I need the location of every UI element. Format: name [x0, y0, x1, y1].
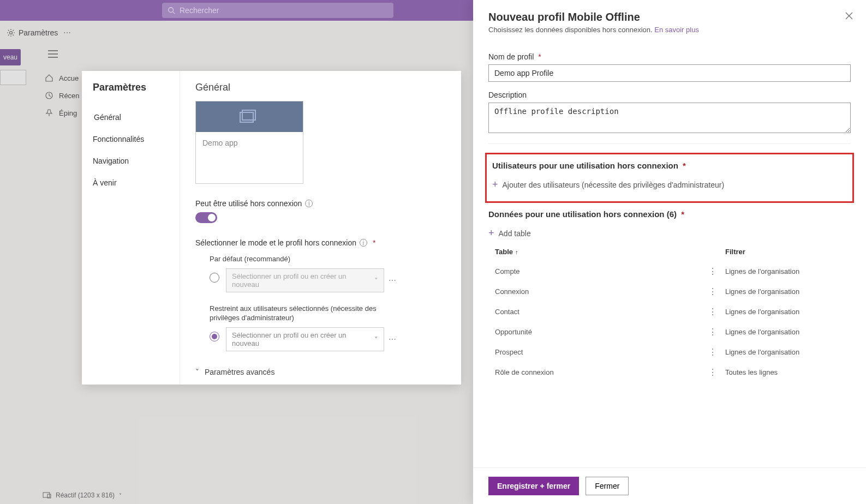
table-row[interactable]: Contact⋮Lignes de l'organisation [488, 302, 851, 322]
description-label: Description [488, 91, 851, 99]
close-icon [845, 12, 853, 20]
cell-table: Connexion [495, 287, 725, 296]
app-card-icon [239, 109, 260, 124]
name-label: Nom de profil * [488, 52, 851, 61]
tab-navigation[interactable]: Navigation [82, 150, 180, 172]
cell-table: Rôle de connexion [495, 368, 725, 376]
column-filter[interactable]: Filtrer [725, 248, 851, 256]
option-restricted: Restreint aux utilisateurs sélectionnés … [210, 304, 446, 351]
offline-toggle[interactable] [195, 212, 217, 223]
settings-content: Général Demo app Peut être utilisé hors … [180, 71, 461, 385]
offline-profile-panel: Nouveau profil Mobile Offline Choisissez… [473, 0, 866, 504]
cell-filter: Lignes de l'organisation [725, 308, 851, 316]
svg-point-0 [169, 8, 174, 13]
add-users-button[interactable]: + Ajouter des utilisateurs (nécessite de… [492, 176, 847, 194]
app-card-image [196, 101, 303, 132]
plus-icon: + [492, 179, 498, 190]
panel-body: Nom de profil * Description Utilisateurs… [473, 38, 866, 467]
settings-panel: Paramètres Général Fonctionnalités Navig… [82, 71, 461, 385]
table-row[interactable]: Connexion⋮Lignes de l'organisation [488, 281, 851, 302]
section-heading: Général [195, 82, 446, 93]
svg-rect-9 [43, 493, 50, 497]
table-header: Table ↑ Filtrer [488, 242, 851, 261]
column-table[interactable]: Table ↑ [495, 248, 725, 256]
cell-table: Compte [495, 267, 725, 275]
chevron-down-icon[interactable]: ˅ [119, 493, 122, 499]
viewport-size[interactable]: Réactif (1203 x 816) [56, 491, 115, 499]
info-icon[interactable]: i [305, 200, 313, 207]
settings-title: Paramètres [82, 82, 180, 106]
option-default: Par défaut (recommandé) Sélectionner un … [210, 255, 446, 292]
offline-usage-label: Peut être utilisé hors connexion i [195, 199, 446, 208]
tab-features[interactable]: Fonctionnalités [82, 128, 180, 150]
advanced-settings-toggle[interactable]: ˅ Paramètres avancés [195, 368, 446, 376]
search-input[interactable]: Rechercher [162, 3, 393, 18]
cell-filter: Lignes de l'organisation [725, 267, 851, 275]
panel-footer: Enregistrer + fermer Fermer [473, 467, 866, 504]
chevron-down-icon: ˅ [374, 277, 378, 285]
search-placeholder: Rechercher [180, 6, 219, 15]
profile-select-default: Sélectionner un profil ou en créer un no… [226, 268, 384, 292]
users-section-title: Utilisateurs pour une utilisation hors c… [492, 161, 847, 170]
row-more-button[interactable]: ⋮ [708, 327, 717, 337]
cell-table: Opportunité [495, 328, 725, 336]
tab-upcoming[interactable]: À venir [82, 172, 180, 194]
row-more-button[interactable]: ⋮ [708, 347, 717, 357]
close-button[interactable] [845, 12, 853, 21]
add-table-button[interactable]: + Add table [488, 224, 851, 242]
profile-name-input[interactable] [488, 64, 851, 82]
panel-title: Nouveau profil Mobile Offline [488, 11, 851, 23]
app-card-name: Demo app [196, 132, 303, 183]
cell-filter: Lignes de l'organisation [725, 328, 851, 336]
radio-restricted[interactable] [210, 332, 219, 341]
radio-default[interactable] [210, 273, 219, 283]
info-icon[interactable]: i [360, 239, 367, 247]
table-row[interactable]: Prospect⋮Lignes de l'organisation [488, 342, 851, 362]
mode-label: Sélectionner le mode et le profil hors c… [195, 238, 446, 247]
more-options[interactable]: ⋯ [389, 335, 397, 344]
profile-select-restricted[interactable]: Sélectionner un profil ou en créer un no… [226, 327, 384, 351]
chevron-down-icon: ˅ [374, 335, 378, 344]
more-options[interactable]: ⋯ [389, 276, 397, 285]
responsive-icon [43, 492, 51, 499]
users-section-highlighted: Utilisateurs pour une utilisation hors c… [485, 153, 854, 203]
required-indicator: * [373, 238, 375, 247]
cell-table: Contact [495, 308, 725, 316]
learn-more-link[interactable]: En savoir plus [654, 26, 699, 34]
table-row[interactable]: Rôle de connexion⋮Toutes les lignes [488, 362, 851, 382]
data-section-title: Données pour une utilisation hors connex… [488, 209, 851, 219]
chevron-down-icon: ˅ [195, 368, 199, 376]
profile-description-input[interactable] [488, 103, 851, 133]
cell-filter: Lignes de l'organisation [725, 287, 851, 296]
row-more-button[interactable]: ⋮ [708, 307, 717, 317]
sort-up-icon: ↑ [515, 249, 518, 255]
search-icon [168, 7, 175, 14]
cell-table: Prospect [495, 348, 725, 356]
divider [488, 143, 851, 144]
svg-line-1 [173, 12, 175, 14]
row-more-button[interactable]: ⋮ [708, 266, 717, 277]
settings-sidebar: Paramètres Général Fonctionnalités Navig… [82, 71, 180, 385]
panel-subtitle: Choisissez les données disponibles hors … [488, 26, 851, 34]
table-row[interactable]: Opportunité⋮Lignes de l'organisation [488, 322, 851, 342]
table-row[interactable]: Compte⋮Lignes de l'organisation [488, 261, 851, 281]
cell-filter: Lignes de l'organisation [725, 348, 851, 356]
plus-icon: + [488, 227, 494, 239]
panel-header: Nouveau profil Mobile Offline Choisissez… [473, 0, 866, 38]
cell-filter: Toutes les lignes [725, 368, 851, 376]
app-card[interactable]: Demo app [195, 101, 303, 184]
save-close-button[interactable]: Enregistrer + fermer [488, 477, 579, 495]
row-more-button[interactable]: ⋮ [708, 367, 717, 377]
tab-general[interactable]: Général [82, 106, 180, 128]
close-button-footer[interactable]: Fermer [586, 477, 629, 495]
row-more-button[interactable]: ⋮ [708, 286, 717, 297]
